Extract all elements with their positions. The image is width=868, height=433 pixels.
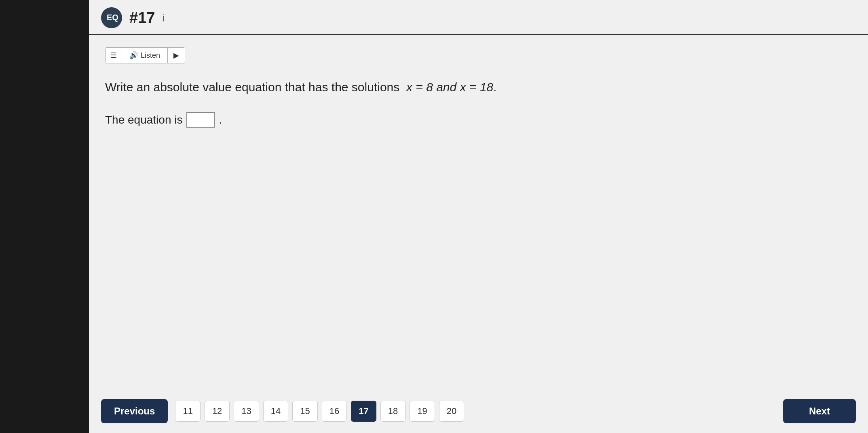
- page-number-btn-16[interactable]: 16: [322, 401, 347, 422]
- speaker-icon: 🔊: [129, 51, 138, 60]
- question-math: x = 8 and x = 18: [406, 80, 493, 94]
- question-number: #17: [129, 9, 155, 27]
- next-button[interactable]: Next: [783, 399, 856, 423]
- listen-button-group: ☰ 🔊 Listen ▶: [105, 47, 185, 63]
- listen-label: Listen: [141, 51, 160, 60]
- page-number-btn-17[interactable]: 17: [351, 401, 376, 422]
- question-period: .: [493, 80, 496, 94]
- page-numbers: 11121314151617181920: [175, 401, 464, 422]
- page-number-btn-13[interactable]: 13: [234, 401, 259, 422]
- play-icon: ▶: [173, 51, 179, 60]
- page-number-btn-20[interactable]: 20: [439, 401, 464, 422]
- main-content: EQ #17 i ☰ 🔊 Listen ▶ Write an absolute …: [89, 0, 868, 433]
- listen-bar: ☰ 🔊 Listen ▶: [105, 47, 852, 63]
- menu-icon: ☰: [110, 51, 117, 60]
- page-number-btn-19[interactable]: 19: [410, 401, 435, 422]
- equation-line: The equation is .: [105, 112, 852, 128]
- logo-icon: EQ: [101, 7, 122, 28]
- page-number-btn-18[interactable]: 18: [380, 401, 405, 422]
- listen-play-button[interactable]: ▶: [168, 48, 185, 63]
- question-text-part1: Write an absolute value equation that ha…: [105, 80, 399, 94]
- content-area: ☰ 🔊 Listen ▶ Write an absolute value equ…: [89, 35, 868, 392]
- left-panel: [0, 0, 89, 433]
- navigation-bar: Previous 11121314151617181920 Next: [89, 392, 868, 433]
- listen-menu-button[interactable]: ☰: [106, 48, 122, 63]
- page-number-btn-15[interactable]: 15: [292, 401, 317, 422]
- info-icon[interactable]: i: [162, 12, 165, 24]
- equation-prefix: The equation is: [105, 114, 182, 126]
- equation-suffix: .: [219, 114, 222, 126]
- listen-text-button[interactable]: 🔊 Listen: [122, 48, 168, 63]
- page-number-btn-12[interactable]: 12: [205, 401, 230, 422]
- page-number-btn-11[interactable]: 11: [175, 401, 200, 422]
- header: EQ #17 i: [89, 0, 868, 35]
- previous-button[interactable]: Previous: [101, 399, 168, 423]
- svg-text:EQ: EQ: [107, 13, 118, 22]
- equation-input[interactable]: [186, 112, 215, 128]
- page-number-btn-14[interactable]: 14: [263, 401, 288, 422]
- question-text: Write an absolute value equation that ha…: [105, 78, 852, 96]
